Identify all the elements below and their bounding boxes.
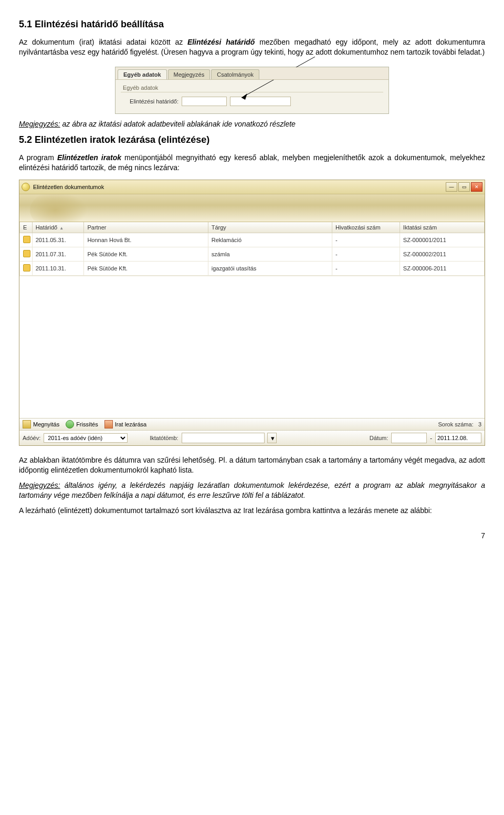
hatarido-input-2[interactable] (230, 97, 291, 106)
row-count-value: 3 (478, 421, 481, 427)
col-header-targy[interactable]: Tárgy (208, 222, 332, 233)
doc-icon (23, 236, 30, 243)
para-5-2-ital: Elintézetlen iratok (57, 153, 121, 162)
col-header-hivatkozasi[interactable]: Hivatkozási szám (332, 222, 400, 233)
page-number: 7 (19, 531, 485, 540)
cell-date: 2011.07.31. (32, 247, 84, 262)
cell-partner: Honnan Hová Bt. (84, 233, 208, 247)
col-header-e[interactable]: E (20, 222, 33, 233)
close-button[interactable]: ✕ (471, 182, 482, 192)
table-empty-area (19, 276, 485, 418)
para-after-shot2: Az ablakban iktatótömbre és dátumra van … (19, 455, 485, 475)
heading-5-2: 5.2 Elintézetlen iratok lezárása (elinté… (19, 134, 485, 145)
cell-iktat: SZ-000006-2011 (400, 262, 484, 276)
panel-title: Egyéb adatok (121, 83, 383, 91)
tab-csatolmanyok[interactable]: Csatolmányok (211, 69, 259, 79)
para-5-2: A program Elintézetlen iratok menüpontjá… (19, 153, 485, 173)
sort-asc-icon: ▲ (59, 226, 64, 231)
window-title: Elintézetlen dokumentumok (33, 184, 104, 190)
date-from-input[interactable] (391, 433, 427, 443)
minimize-button[interactable]: — (446, 182, 457, 192)
refresh-icon (66, 420, 74, 429)
note-2-label: Megjegyzés: (19, 481, 60, 489)
window-banner (19, 194, 485, 222)
cell-date: 2011.05.31. (32, 233, 84, 247)
adoev-select[interactable]: 2011-es adóév (idén) (44, 433, 128, 443)
maximize-button[interactable]: ▭ (458, 182, 470, 192)
cell-targy: igazgatói utasítás (208, 262, 332, 276)
toolbar: Megnyitás Frissítés Irat lezárása Sorok … (19, 418, 485, 430)
panel-egyeb-adatok: Egyéb adatok Elintézési határidő: (116, 80, 388, 113)
iktatotomb-dropdown-button[interactable]: ▾ (267, 433, 277, 443)
screenshot-window: Elintézetlen dokumentumok — ▭ ✕ E Határi… (19, 180, 485, 446)
cell-iktat: SZ-000002/2011 (400, 247, 484, 262)
note-1-label: Megjegyzés: (19, 120, 60, 128)
tab-egyeb-adatok[interactable]: Egyéb adatok (118, 69, 167, 79)
refresh-label: Frissítés (76, 421, 98, 427)
date-to-input[interactable] (435, 433, 481, 443)
note-2: Megjegyzés: általános igény, a lekérdezé… (19, 480, 485, 500)
cell-iktat: SZ-000001/2011 (400, 233, 484, 247)
doc-icon (23, 264, 30, 271)
date-separator: - (430, 435, 432, 441)
table-row[interactable]: 2011.10.31. Pék Sütöde Kft. igazgatói ut… (20, 262, 485, 276)
cell-partner: Pék Sütöde Kft. (84, 262, 208, 276)
window-titlebar: Elintézetlen dokumentumok — ▭ ✕ (19, 180, 485, 194)
cell-targy: Reklamáció (208, 233, 332, 247)
datum-label: Dátum: (370, 435, 388, 441)
note-1-text: az ábra az iktatási adatok adatbeviteli … (62, 120, 295, 128)
iktatotomb-label: Iktatótömb: (150, 435, 178, 441)
para-last: A lezárható (elintézett) dokumentumot ta… (19, 506, 485, 516)
table-row[interactable]: 2011.07.31. Pék Sütöde Kft. számla - SZ-… (20, 247, 485, 262)
filter-bar: Adóév: 2011-es adóév (idén) Iktatótömb: … (19, 430, 485, 445)
screenshot-tabs-panel: Egyéb adatok Megjegyzés Csatolmányok Egy… (115, 67, 389, 114)
para-5-2-pre: A program (19, 153, 57, 162)
close-doc-button[interactable]: Irat lezárása (104, 420, 147, 429)
heading-5-1: 5.1 Elintézési határidő beállítása (19, 19, 485, 30)
cell-partner: Pék Sütöde Kft. (84, 247, 208, 262)
open-button[interactable]: Megnyitás (23, 420, 59, 429)
tab-strip: Egyéb adatok Megjegyzés Csatolmányok (116, 67, 388, 80)
cell-hiv: - (332, 262, 400, 276)
documents-table: E Határidő▲ Partner Tárgy Hivatkozási sz… (19, 222, 485, 276)
row-count-label: Sorok száma: (438, 421, 473, 427)
note-1: Megjegyzés: az ábra az iktatási adatok a… (19, 119, 485, 129)
note-2-text: általános igény, a lekérdezés napjáig le… (19, 481, 485, 499)
col-header-iktatasi[interactable]: Iktatási szám (400, 222, 484, 233)
app-icon (22, 183, 30, 191)
field-label-hatarido: Elintézési határidő: (121, 98, 178, 105)
col-header-partner[interactable]: Partner (84, 222, 208, 233)
para-5-1-pre: Az dokumentum (irat) iktatási adatai köz… (19, 38, 187, 46)
close-doc-icon (104, 420, 113, 429)
doc-icon (23, 250, 30, 257)
cell-targy: számla (208, 247, 332, 262)
cell-hiv: - (332, 247, 400, 262)
open-icon (23, 420, 31, 429)
refresh-button[interactable]: Frissítés (66, 420, 98, 429)
para-5-1: Az dokumentum (irat) iktatási adatai köz… (19, 37, 485, 57)
tab-megjegyzes[interactable]: Megjegyzés (168, 69, 211, 79)
col-header-hatarido[interactable]: Határidő▲ (32, 222, 84, 233)
cell-date: 2011.10.31. (32, 262, 84, 276)
para-5-1-ital: Elintézési határidő (187, 38, 255, 46)
table-row[interactable]: 2011.05.31. Honnan Hová Bt. Reklamáció -… (20, 233, 485, 247)
adoev-label: Adóév: (23, 435, 40, 441)
cell-hiv: - (332, 233, 400, 247)
close-doc-label: Irat lezárása (115, 421, 147, 427)
hatarido-input-1[interactable] (182, 97, 227, 106)
iktatotomb-input[interactable] (182, 433, 265, 443)
open-label: Megnyitás (33, 421, 59, 427)
